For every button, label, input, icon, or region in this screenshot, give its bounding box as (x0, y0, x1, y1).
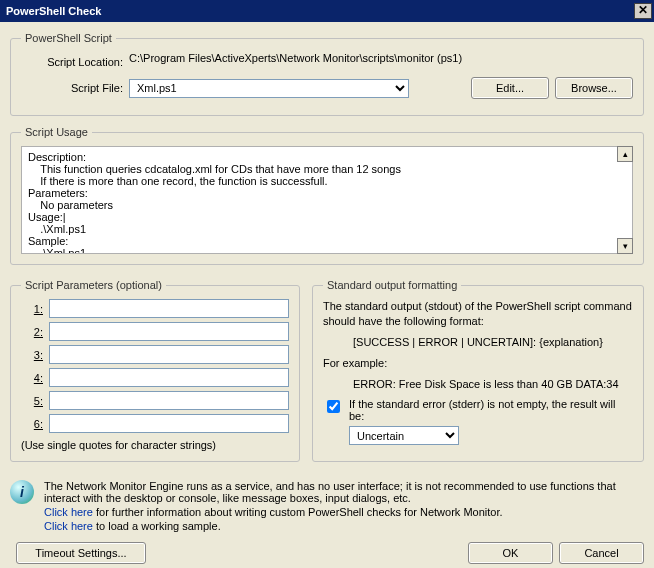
stdout-format-example: [SUCCESS | ERROR | UNCERTAIN]: {explanat… (323, 335, 633, 350)
stderr-result-select[interactable]: Uncertain (349, 426, 459, 445)
browse-button[interactable]: Browse... (555, 77, 633, 99)
stdout-desc-2: For example: (323, 356, 633, 371)
scroll-up-icon[interactable]: ▴ (617, 146, 633, 162)
param-3-label: 3: (21, 349, 49, 361)
powershell-script-group: PowerShell Script Script Location: C:\Pr… (10, 32, 644, 116)
window-title: PowerShell Check (6, 5, 634, 17)
cancel-button[interactable]: Cancel (559, 542, 644, 564)
script-usage-text: Description: This function queries cdcat… (21, 146, 633, 254)
param-6-label: 6: (21, 418, 49, 430)
info-link-sample[interactable]: Click here (44, 520, 93, 532)
info-line-1: The Network Monitor Engine runs as a ser… (44, 480, 644, 504)
info-line-3-rest: to load a working sample. (93, 520, 221, 532)
script-usage-group: Script Usage Description: This function … (10, 126, 644, 265)
param-2-input[interactable] (49, 322, 289, 341)
stderr-checkbox[interactable] (327, 400, 340, 413)
edit-button[interactable]: Edit... (471, 77, 549, 99)
param-3-input[interactable] (49, 345, 289, 364)
stdout-example-value: ERROR: Free Disk Space is less than 40 G… (323, 377, 633, 392)
group-legend: Script Parameters (optional) (21, 279, 166, 291)
param-2-label: 2: (21, 326, 49, 338)
stdout-formatting-group: Standard output formatting The standard … (312, 279, 644, 462)
param-1-label: 1: (21, 303, 49, 315)
stdout-desc-1: The standard output (stdout) of the Powe… (323, 299, 633, 329)
dialog-content: PowerShell Script Script Location: C:\Pr… (0, 22, 654, 568)
close-button[interactable]: ✕ (634, 3, 652, 19)
param-5-label: 5: (21, 395, 49, 407)
group-legend: PowerShell Script (21, 32, 116, 44)
param-5-input[interactable] (49, 391, 289, 410)
params-note: (Use single quotes for character strings… (21, 439, 289, 451)
stderr-label: If the standard error (stderr) is not em… (349, 398, 633, 422)
title-bar: PowerShell Check ✕ (0, 0, 654, 22)
script-location-value: C:\Program Files\ActiveXperts\Network Mo… (129, 52, 633, 71)
scroll-down-icon[interactable]: ▾ (617, 238, 633, 254)
param-4-label: 4: (21, 372, 49, 384)
script-parameters-group: Script Parameters (optional) 1: 2: 3: 4:… (10, 279, 300, 462)
ok-button[interactable]: OK (468, 542, 553, 564)
info-icon: i (10, 480, 34, 504)
param-1-input[interactable] (49, 299, 289, 318)
timeout-settings-button[interactable]: Timeout Settings... (16, 542, 146, 564)
param-4-input[interactable] (49, 368, 289, 387)
group-legend: Standard output formatting (323, 279, 461, 291)
script-location-label: Script Location: (21, 56, 129, 68)
info-text-block: The Network Monitor Engine runs as a ser… (44, 480, 644, 532)
group-legend: Script Usage (21, 126, 92, 138)
param-6-input[interactable] (49, 414, 289, 433)
script-file-select[interactable]: Xml.ps1 (129, 79, 409, 98)
info-link-further[interactable]: Click here (44, 506, 93, 518)
info-line-2-rest: for further information about writing cu… (93, 506, 503, 518)
script-file-label: Script File: (21, 82, 129, 94)
